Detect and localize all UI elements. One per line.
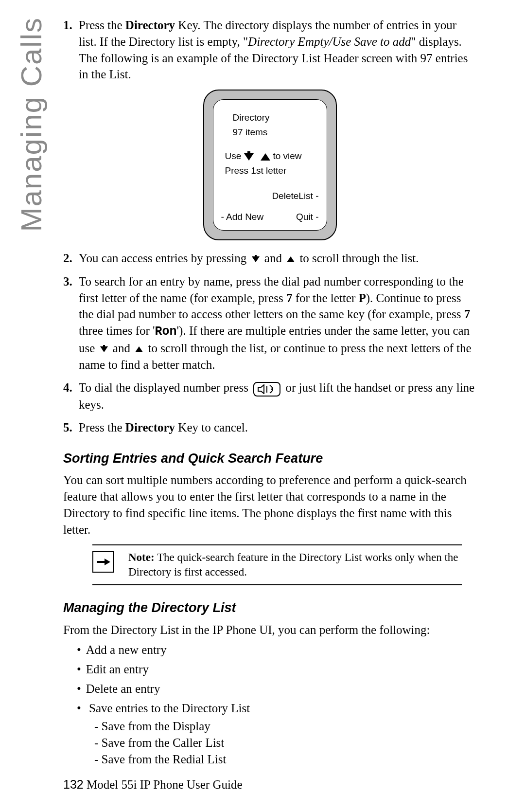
step-body: Press the Directory Key to cancel. xyxy=(79,419,476,436)
text-bold: Directory xyxy=(125,421,175,434)
note-block: Note: The quick-search feature in the Di… xyxy=(63,544,476,585)
footer-title: Model 55i IP Phone User Guide xyxy=(84,778,243,791)
up-arrow-icon xyxy=(261,153,270,161)
text: and xyxy=(113,342,133,355)
up-arrow-icon xyxy=(287,256,295,262)
text: Key to cancel. xyxy=(175,421,248,434)
text-bold: 7 xyxy=(464,307,471,321)
note-rule-bottom xyxy=(92,584,462,585)
svg-marker-0 xyxy=(258,385,264,394)
text: for the letter xyxy=(292,291,358,305)
list-item: Save from the Display xyxy=(94,718,476,735)
phone-softkey-add: - Add New xyxy=(221,211,264,223)
text: Use xyxy=(225,151,244,161)
phone-softkey-quit: Quit - xyxy=(296,211,318,223)
step-body: You can access entries by pressing and t… xyxy=(79,250,476,267)
text-bold: P xyxy=(358,291,366,305)
step-number: 1. xyxy=(63,17,79,83)
phone-line-press: Press 1st letter xyxy=(218,163,322,178)
sub-list: Save from the Display Save from the Call… xyxy=(94,718,476,767)
bullet-list: Add a new entry Edit an entry Delete an … xyxy=(77,642,476,767)
text-italic: Directory Empty/Use Save to add xyxy=(248,35,411,48)
note-arrow-icon xyxy=(92,551,114,573)
list-item: Save from the Redial List xyxy=(94,751,476,768)
note-label: Note: xyxy=(128,551,155,563)
step-number: 3. xyxy=(63,273,79,373)
down-arrow-icon xyxy=(100,346,108,352)
page-footer: 132 Model 55i IP Phone User Guide xyxy=(63,777,243,792)
step-body: To search for an entry by name, press th… xyxy=(79,273,476,373)
list-item: Save entries to the Directory List Save … xyxy=(77,700,476,768)
phone-line-use: Use to view xyxy=(218,149,322,163)
text: You can access entries by pressing xyxy=(79,252,250,265)
phone-softkey-delete: DeleteList - xyxy=(218,190,322,202)
list-item: Add a new entry xyxy=(77,642,476,658)
step-body: Press the Directory Key. The directory d… xyxy=(79,17,476,83)
phone-screen-figure: Directory 97 items Use to view Press 1st… xyxy=(63,90,476,240)
side-tab: Managing Calls xyxy=(15,17,48,232)
text: Press the xyxy=(79,18,125,32)
phone-line-title: Directory xyxy=(218,110,322,125)
text-bold: 7 xyxy=(286,291,293,305)
svg-point-2 xyxy=(271,388,273,390)
phone-display: Directory 97 items Use to view Press 1st… xyxy=(213,99,327,231)
text: To dial the displayed number press xyxy=(79,381,251,394)
text: Press the xyxy=(79,421,125,434)
step-number: 4. xyxy=(63,379,79,413)
list-item: Delete an entry xyxy=(77,681,476,697)
page-number: 132 xyxy=(63,777,84,791)
section-paragraph: You can sort multiple numbers according … xyxy=(63,472,476,538)
speaker-key-icon xyxy=(253,382,280,397)
down-arrow-icon xyxy=(252,256,260,262)
section-paragraph: From the Directory List in the IP Phone … xyxy=(63,622,476,638)
svg-marker-4 xyxy=(105,559,110,565)
step-number: 2. xyxy=(63,250,79,267)
text: three times for ' xyxy=(79,324,155,337)
down-arrow-icon xyxy=(244,153,254,161)
text-mono: Ron xyxy=(155,325,177,339)
text-bold: Directory xyxy=(125,18,175,32)
text: to scroll through the list. xyxy=(299,252,419,265)
text: and xyxy=(264,252,285,265)
instruction-list-cont: 2. You can access entries by pressing an… xyxy=(63,250,476,436)
list-item: Save from the Caller List xyxy=(94,735,476,751)
section-heading-sorting: Sorting Entries and Quick Search Feature xyxy=(63,450,476,467)
note-text: Note: The quick-search feature in the Di… xyxy=(128,550,462,579)
step-body: To dial the displayed number press or ju… xyxy=(79,379,476,413)
text: to scroll through the list, or continue … xyxy=(79,342,472,371)
phone-line-count: 97 items xyxy=(218,125,322,140)
step-number: 5. xyxy=(63,419,79,436)
note-body: The quick-search feature in the Director… xyxy=(128,551,458,578)
up-arrow-icon xyxy=(135,346,143,352)
text: Save entries to the Directory List xyxy=(89,702,250,715)
text: to view xyxy=(273,151,301,161)
section-heading-managing: Managing the Directory List xyxy=(63,599,476,616)
instruction-list: 1. Press the Directory Key. The director… xyxy=(63,17,476,83)
list-item: Edit an entry xyxy=(77,661,476,678)
phone-frame: Directory 97 items Use to view Press 1st… xyxy=(203,90,337,240)
